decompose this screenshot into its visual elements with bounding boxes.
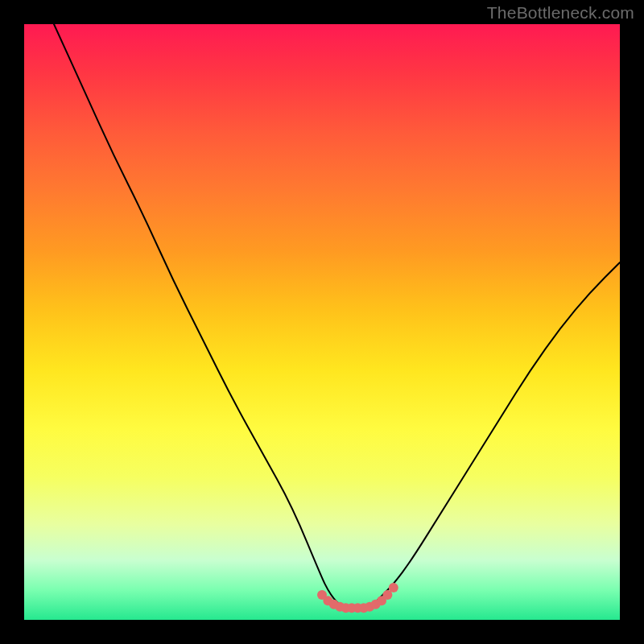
chart-frame: TheBottleneck.com	[0, 0, 644, 644]
plot-svg	[24, 24, 620, 620]
plot-area	[24, 24, 620, 620]
watermark-text: TheBottleneck.com	[487, 3, 634, 23]
trough-marker	[389, 583, 398, 592]
trough-markers	[317, 583, 398, 613]
bottleneck-curve	[54, 24, 620, 608]
